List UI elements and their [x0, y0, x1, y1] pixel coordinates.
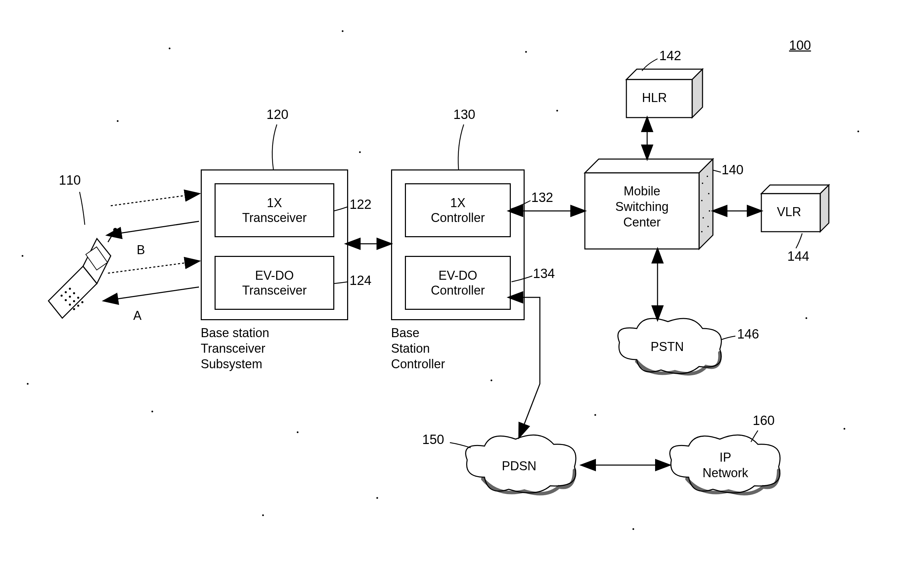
svg-point-21	[702, 217, 704, 219]
bts-caption: Base station Transceiver Subsystem	[201, 325, 269, 372]
svg-point-24	[707, 226, 709, 227]
mobile-ref: 110	[59, 173, 81, 188]
svg-point-44	[525, 51, 527, 53]
svg-point-45	[27, 383, 29, 385]
bsc-1x-controller: 1X Controller	[405, 183, 511, 237]
svg-point-7	[69, 304, 71, 306]
svg-line-32	[111, 194, 199, 206]
link-label-b: B	[137, 242, 145, 258]
bsc-caption: Base Station Controller	[391, 325, 445, 372]
svg-line-33	[107, 221, 199, 235]
svg-point-5	[69, 296, 71, 298]
bsc-evdo-ref: 134	[533, 266, 555, 281]
pstn-label: PSTN	[650, 339, 684, 355]
svg-point-51	[858, 131, 859, 132]
svg-point-52	[262, 514, 264, 516]
svg-point-50	[805, 317, 807, 319]
svg-point-54	[491, 380, 492, 382]
svg-point-14	[113, 228, 117, 232]
pdsn-label: PDSN	[502, 458, 536, 474]
svg-point-4	[65, 299, 67, 301]
svg-point-53	[117, 120, 119, 122]
svg-point-10	[73, 308, 75, 310]
svg-point-17	[702, 183, 703, 184]
svg-point-1	[60, 295, 63, 297]
pdsn-ref: 150	[422, 432, 444, 447]
svg-point-42	[169, 48, 171, 49]
svg-point-23	[701, 231, 702, 232]
ip-network-ref: 160	[753, 413, 775, 428]
bsc-1x-ref: 132	[531, 190, 553, 205]
svg-point-11	[77, 304, 79, 307]
svg-point-2	[65, 291, 67, 293]
hlr-label: HLR	[642, 90, 667, 106]
msc-label: Mobile Switching Center	[595, 183, 689, 230]
bsc-ref: 130	[453, 107, 475, 122]
svg-line-34	[108, 261, 199, 273]
svg-point-9	[77, 297, 79, 299]
svg-point-22	[709, 210, 710, 211]
svg-marker-26	[627, 69, 702, 79]
svg-point-55	[633, 528, 634, 530]
figure-ref: 100	[789, 38, 811, 53]
vlr-ref: 144	[787, 249, 809, 264]
pstn-ref: 146	[737, 327, 759, 342]
svg-marker-29	[761, 185, 829, 194]
svg-point-46	[152, 411, 153, 413]
svg-marker-30	[820, 185, 829, 232]
svg-marker-15	[585, 159, 713, 173]
svg-point-47	[297, 432, 299, 433]
bts-evdo-transceiver: EV-DO Transceiver	[215, 256, 334, 310]
bts-evdo-ref: 124	[350, 273, 371, 288]
svg-marker-16	[699, 159, 713, 249]
svg-point-48	[377, 497, 378, 499]
hlr-ref: 142	[659, 49, 681, 63]
svg-point-59	[557, 110, 558, 112]
bsc-evdo-controller: EV-DO Controller	[405, 256, 511, 310]
svg-point-20	[708, 193, 709, 194]
bts-ref: 120	[266, 107, 288, 122]
svg-point-43	[342, 30, 343, 32]
bts-1x-transceiver: 1X Transceiver	[215, 183, 334, 237]
svg-rect-0	[86, 247, 108, 270]
svg-point-19	[701, 200, 702, 201]
svg-point-8	[73, 300, 75, 302]
diagram-canvas: 100 110 1X Transceiver EV-DO Transceiver…	[0, 0, 924, 574]
svg-marker-27	[692, 69, 702, 118]
svg-point-49	[595, 414, 596, 416]
svg-line-13	[108, 232, 114, 242]
svg-point-6	[73, 292, 75, 294]
svg-point-18	[707, 176, 708, 177]
ip-network-label: IP Network	[702, 449, 748, 481]
bts-1x-ref: 122	[350, 197, 371, 212]
svg-line-35	[104, 287, 199, 301]
svg-point-58	[359, 151, 361, 153]
svg-point-12	[81, 301, 84, 303]
msc-ref: 140	[721, 162, 744, 177]
svg-point-56	[844, 428, 845, 430]
link-label-a: A	[133, 308, 142, 323]
vlr-label: VLR	[777, 204, 801, 219]
svg-point-57	[22, 255, 24, 257]
svg-point-3	[69, 288, 71, 290]
